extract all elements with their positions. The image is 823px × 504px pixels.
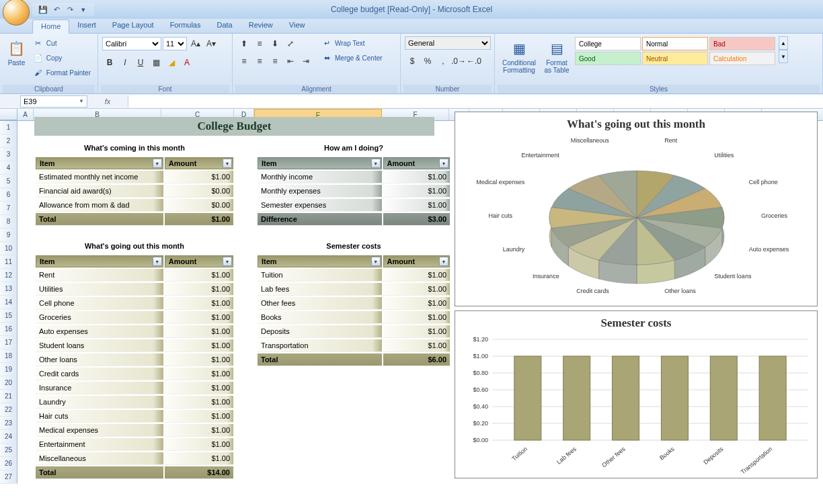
tab-home[interactable]: Home xyxy=(32,19,69,34)
formula-input[interactable] xyxy=(128,95,823,108)
paste-button[interactable]: 📋 Paste xyxy=(4,36,29,68)
font-color-button[interactable]: A xyxy=(180,55,194,70)
font-name-select[interactable]: Calibri xyxy=(102,37,161,50)
row-header-19[interactable]: 19 xyxy=(0,363,17,376)
grow-font-button[interactable]: A▴ xyxy=(188,36,203,51)
row-header-6[interactable]: 6 xyxy=(0,188,17,202)
row-header-12[interactable]: 12 xyxy=(0,269,17,282)
table3-header: What's going out this month xyxy=(34,242,235,250)
row-header-16[interactable]: 16 xyxy=(0,323,17,336)
border-button[interactable]: ▦ xyxy=(149,55,163,70)
decrease-decimal-button[interactable]: ←.0 xyxy=(467,54,481,69)
col-header-A[interactable]: A xyxy=(17,109,34,120)
increase-indent-button[interactable]: ⇥ xyxy=(299,54,313,69)
cell-style-good[interactable]: Good xyxy=(575,52,641,65)
cell-style-normal[interactable]: Normal xyxy=(642,37,708,50)
italic-button[interactable]: I xyxy=(118,55,132,70)
align-middle-button[interactable]: ≡ xyxy=(252,36,267,51)
filter-icon[interactable]: ▼ xyxy=(223,159,232,168)
tab-view[interactable]: View xyxy=(281,19,313,33)
row-header-25[interactable]: 25 xyxy=(0,444,17,457)
svg-text:Rent: Rent xyxy=(664,137,678,144)
save-icon[interactable]: 💾 xyxy=(38,4,48,15)
row-header-27[interactable]: 27 xyxy=(0,470,17,484)
style-scroll-up[interactable]: ▲ xyxy=(779,36,788,50)
qat-more-icon[interactable]: ▾ xyxy=(78,4,89,15)
filter-icon[interactable]: ▼ xyxy=(371,257,381,266)
group-styles: ▦ Conditional Formatting ▤ Format as Tab… xyxy=(495,34,823,93)
row-header-3[interactable]: 3 xyxy=(0,148,17,161)
cell-style-bad[interactable]: Bad xyxy=(709,37,775,50)
conditional-formatting-button[interactable]: ▦ Conditional Formatting xyxy=(499,36,539,75)
format-as-table-button[interactable]: ▤ Format as Table xyxy=(541,36,573,75)
filter-icon[interactable]: ▼ xyxy=(153,257,162,266)
cut-button[interactable]: ✂Cut xyxy=(30,36,93,50)
row-header-24[interactable]: 24 xyxy=(0,430,17,444)
align-right-button[interactable]: ≡ xyxy=(268,54,282,69)
row-header-1[interactable]: 1 xyxy=(0,121,17,134)
redo-icon[interactable]: ↷ xyxy=(65,4,75,15)
row-header-20[interactable]: 20 xyxy=(0,376,17,390)
row-header-18[interactable]: 18 xyxy=(0,349,17,363)
row-header-17[interactable]: 17 xyxy=(0,336,17,349)
underline-button[interactable]: U xyxy=(133,55,148,70)
cell-style-college[interactable]: College xyxy=(575,37,641,50)
row-header-9[interactable]: 9 xyxy=(0,228,17,242)
comma-button[interactable]: , xyxy=(436,54,450,69)
row-header-7[interactable]: 7 xyxy=(0,202,17,215)
pie-chart-svg: RentUtilitiesCell phoneGroceriesAuto exp… xyxy=(455,134,818,302)
fx-button[interactable]: fx xyxy=(87,97,128,106)
pie-chart[interactable]: What's going out this month RentUtilitie… xyxy=(455,112,818,306)
orientation-button[interactable]: ⤢ xyxy=(283,36,298,51)
tab-data[interactable]: Data xyxy=(208,19,240,33)
copy-button[interactable]: 📄Copy xyxy=(30,51,93,65)
style-scroll-down[interactable]: ▼ xyxy=(779,50,788,63)
filter-icon[interactable]: ▼ xyxy=(223,257,232,266)
font-size-select[interactable]: 11 xyxy=(163,37,187,50)
row-header-5[interactable]: 5 xyxy=(0,175,17,188)
fill-color-button[interactable]: ◢ xyxy=(164,55,179,70)
align-bottom-button[interactable]: ⬇ xyxy=(268,36,282,51)
name-box[interactable]: E39▼ xyxy=(20,95,87,108)
align-top-button[interactable]: ⬆ xyxy=(237,36,251,51)
wrap-text-button[interactable]: ↵Wrap Text xyxy=(319,36,385,50)
filter-icon[interactable]: ▼ xyxy=(371,159,381,168)
filter-icon[interactable]: ▼ xyxy=(439,257,448,266)
align-left-button[interactable]: ≡ xyxy=(237,54,251,69)
number-format-select[interactable]: General xyxy=(405,36,491,50)
row-header-11[interactable]: 11 xyxy=(0,255,17,269)
row-header-10[interactable]: 10 xyxy=(0,242,17,255)
row-header-23[interactable]: 23 xyxy=(0,417,17,430)
percent-button[interactable]: % xyxy=(420,54,435,69)
row-header-13[interactable]: 13 xyxy=(0,282,17,296)
row-header-8[interactable]: 8 xyxy=(0,215,17,228)
row-header-15[interactable]: 15 xyxy=(0,309,17,323)
filter-icon[interactable]: ▼ xyxy=(439,159,448,168)
row-header-14[interactable]: 14 xyxy=(0,296,17,309)
bold-button[interactable]: B xyxy=(102,55,117,70)
merge-center-button[interactable]: ⬌Merge & Center xyxy=(319,51,385,65)
cell-style-calculation[interactable]: Calculation xyxy=(709,52,775,65)
filter-icon[interactable]: ▼ xyxy=(153,159,162,168)
undo-icon[interactable]: ↶ xyxy=(51,4,62,15)
bar-chart[interactable]: Semester costs $0.00$0.20$0.40$0.60$0.80… xyxy=(455,310,818,478)
row-header-2[interactable]: 2 xyxy=(0,134,17,148)
row-header-4[interactable]: 4 xyxy=(0,161,17,175)
decrease-indent-button[interactable]: ⇤ xyxy=(283,54,298,69)
tab-insert[interactable]: Insert xyxy=(69,19,104,33)
currency-button[interactable]: $ xyxy=(405,54,420,69)
tab-review[interactable]: Review xyxy=(241,19,281,33)
row-header-22[interactable]: 22 xyxy=(0,403,17,417)
tab-page-layout[interactable]: Page Layout xyxy=(104,19,162,33)
cell-style-neutral[interactable]: Neutral xyxy=(642,52,708,65)
align-center-button[interactable]: ≡ xyxy=(252,54,267,69)
select-all-corner[interactable] xyxy=(0,109,17,120)
increase-decimal-button[interactable]: .0→ xyxy=(451,54,466,69)
row-header-26[interactable]: 26 xyxy=(0,457,17,470)
tab-formulas[interactable]: Formulas xyxy=(162,19,209,33)
shrink-font-button[interactable]: A▾ xyxy=(204,36,219,51)
format-painter-button[interactable]: 🖌Format Painter xyxy=(30,66,93,79)
svg-text:Utilities: Utilities xyxy=(714,152,734,159)
row-header-21[interactable]: 21 xyxy=(0,390,17,403)
font-label: Font xyxy=(101,85,229,93)
